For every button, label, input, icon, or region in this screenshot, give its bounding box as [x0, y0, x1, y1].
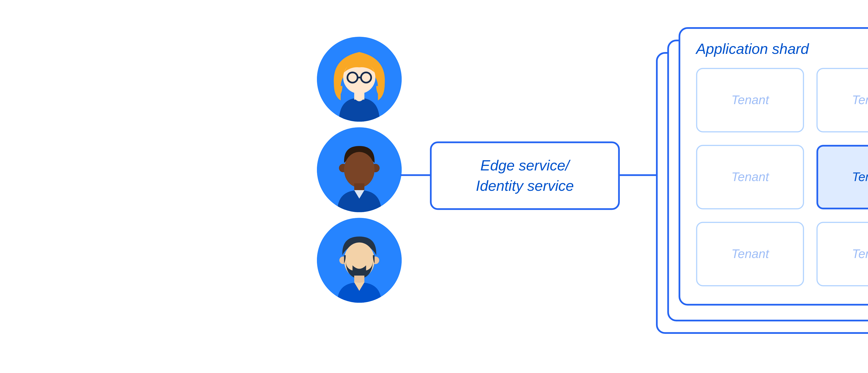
tenant-cell: Tenant	[696, 222, 804, 286]
edge-service-label-line2: Identity service	[476, 176, 574, 196]
tenant-cell: Tenant	[817, 222, 868, 286]
user-avatar-2	[317, 127, 402, 212]
tenant-label: Tenant	[732, 247, 769, 261]
tenant-label: Tenant	[732, 170, 769, 184]
edge-service-label-line1: Edge service/	[476, 156, 574, 176]
avatar-illustration-icon	[317, 127, 402, 212]
tenant-cell-highlight: Tenant	[817, 145, 868, 209]
connector-line	[401, 174, 432, 176]
avatar-illustration-icon	[317, 37, 402, 122]
user-avatar-3	[317, 218, 402, 303]
svg-point-9	[344, 152, 375, 188]
tenant-label: Tenant	[852, 170, 868, 184]
user-avatar-1	[317, 37, 402, 122]
tenant-label: Tenant	[852, 247, 868, 261]
tenant-label: Tenant	[852, 93, 868, 108]
avatar-illustration-icon	[317, 218, 402, 303]
shard-title: Application shard	[696, 40, 868, 58]
users-column	[317, 37, 402, 303]
shard-card-front: Application shard Tenant Tenant Tenant T…	[679, 27, 868, 306]
edge-service-box: Edge service/ Identity service	[430, 141, 620, 210]
application-shard-stack: Application shard Tenant Tenant Tenant T…	[656, 27, 868, 333]
tenant-cell: Tenant	[696, 145, 804, 209]
architecture-diagram: Edge service/ Identity service Applicati…	[260, 0, 868, 373]
tenant-cell: Tenant	[696, 68, 804, 133]
tenant-grid: Tenant Tenant Tenant Tenant Tenant Tenan…	[696, 68, 868, 286]
tenant-label: Tenant	[732, 93, 769, 108]
tenant-cell: Tenant	[817, 68, 868, 133]
